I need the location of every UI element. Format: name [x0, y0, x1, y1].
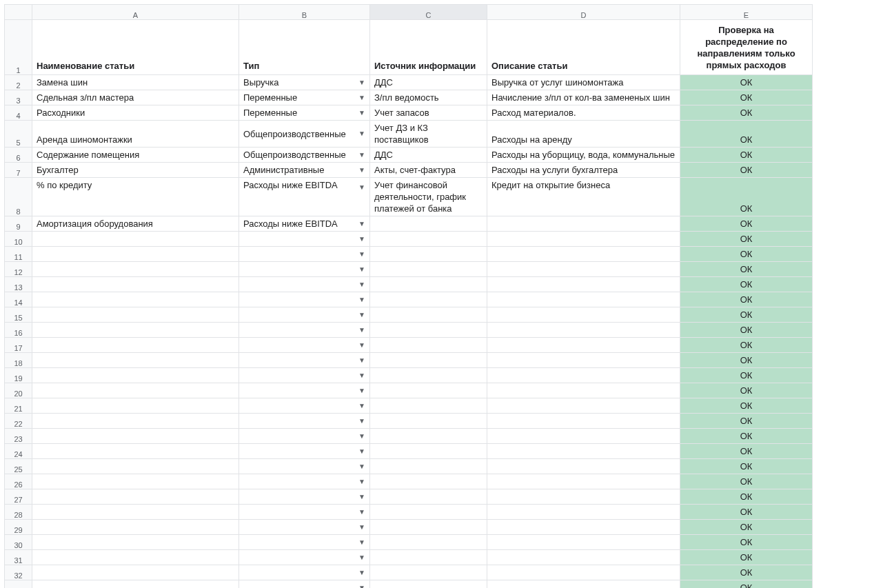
chevron-down-icon[interactable]: ▼ [356, 110, 365, 116]
row-header-2[interactable]: 2 [5, 75, 32, 90]
cell-e-26[interactable]: ОК [680, 474, 813, 489]
cell-e-15[interactable]: ОК [680, 307, 813, 323]
cell-e-25[interactable]: ОК [680, 459, 813, 474]
cell-e-21[interactable]: ОК [680, 398, 813, 414]
cell-d-22[interactable] [487, 414, 680, 429]
cell-c-23[interactable] [370, 429, 487, 444]
cell-d-29[interactable] [487, 520, 680, 535]
cell-d-23[interactable] [487, 429, 680, 444]
cell-c-15[interactable] [370, 307, 487, 323]
cell-b-22[interactable]: ▼ [239, 414, 370, 429]
cell-b-28[interactable]: ▼ [239, 505, 370, 520]
row-header-11[interactable]: 11 [5, 247, 32, 262]
row-header-21[interactable]: 21 [5, 398, 32, 414]
cell-b-30[interactable]: ▼ [239, 535, 370, 550]
cell-b-16[interactable]: ▼ [239, 323, 370, 338]
cell-c-19[interactable] [370, 368, 487, 383]
cell-c-30[interactable] [370, 535, 487, 550]
cell-e-11[interactable]: ОК [680, 247, 813, 262]
cell-b-10[interactable]: ▼ [239, 232, 370, 247]
cell-d-12[interactable] [487, 262, 680, 277]
cell-e-5[interactable]: ОК [680, 121, 813, 148]
cell-c-25[interactable] [370, 459, 487, 474]
cell-d-26[interactable] [487, 474, 680, 489]
cell-a-20[interactable] [32, 383, 239, 398]
cell-e-12[interactable]: ОК [680, 262, 813, 277]
cell-a-13[interactable] [32, 277, 239, 292]
cell-b-32[interactable]: ▼ [239, 565, 370, 580]
chevron-down-icon[interactable]: ▼ [356, 296, 365, 303]
row-header-13[interactable]: 13 [5, 277, 32, 292]
cell-d-18[interactable] [487, 353, 680, 368]
header-cell-d[interactable]: Описание статьи [487, 20, 680, 75]
cell-c-33[interactable] [370, 580, 487, 589]
row-header-12[interactable]: 12 [5, 262, 32, 277]
cell-e-6[interactable]: ОК [680, 148, 813, 163]
cell-c-20[interactable] [370, 383, 487, 398]
cell-c-4[interactable]: Учет запасов [370, 105, 487, 121]
cell-b-25[interactable]: ▼ [239, 459, 370, 474]
cell-a-24[interactable] [32, 444, 239, 459]
cell-c-29[interactable] [370, 520, 487, 535]
chevron-down-icon[interactable]: ▼ [356, 585, 365, 589]
cell-d-19[interactable] [487, 368, 680, 383]
chevron-down-icon[interactable]: ▼ [356, 221, 365, 227]
cell-d-24[interactable] [487, 444, 680, 459]
chevron-down-icon[interactable]: ▼ [356, 524, 365, 531]
cell-e-29[interactable]: ОК [680, 520, 813, 535]
cell-a-23[interactable] [32, 429, 239, 444]
cell-d-32[interactable] [487, 565, 680, 580]
chevron-down-icon[interactable]: ▼ [356, 130, 365, 137]
cell-d-21[interactable] [487, 398, 680, 414]
header-cell-a[interactable]: Наименование статьи [32, 20, 239, 75]
row-header-9[interactable]: 9 [5, 216, 32, 232]
cell-c-21[interactable] [370, 398, 487, 414]
cell-b-26[interactable]: ▼ [239, 474, 370, 489]
row-header-1[interactable]: 1 [5, 20, 32, 75]
cell-b-11[interactable]: ▼ [239, 247, 370, 262]
cell-d-5[interactable]: Расходы на аренду [487, 121, 680, 148]
row-header-8[interactable]: 8 [5, 178, 32, 216]
cell-e-13[interactable]: ОК [680, 277, 813, 292]
cell-a-15[interactable] [32, 307, 239, 323]
cell-d-28[interactable] [487, 505, 680, 520]
cell-b-20[interactable]: ▼ [239, 383, 370, 398]
row-header-27[interactable]: 27 [5, 489, 32, 505]
cell-d-30[interactable] [487, 535, 680, 550]
cell-c-8[interactable]: Учет финансовой деятельности, график пла… [370, 178, 487, 216]
cell-a-27[interactable] [32, 489, 239, 505]
row-header-30[interactable]: 30 [5, 535, 32, 550]
cell-c-3[interactable]: З/пл ведомость [370, 90, 487, 105]
chevron-down-icon[interactable]: ▼ [356, 281, 365, 288]
cell-a-33[interactable] [32, 580, 239, 589]
cell-a-5[interactable]: Аренда шиномонтажки [32, 121, 239, 148]
chevron-down-icon[interactable]: ▼ [356, 372, 365, 379]
cell-c-13[interactable] [370, 277, 487, 292]
chevron-down-icon[interactable]: ▼ [356, 463, 365, 470]
chevron-down-icon[interactable]: ▼ [356, 79, 365, 86]
cell-c-7[interactable]: Акты, счет-фактура [370, 163, 487, 178]
chevron-down-icon[interactable]: ▼ [356, 539, 365, 546]
row-header-26[interactable]: 26 [5, 474, 32, 489]
row-header-6[interactable]: 6 [5, 148, 32, 163]
cell-b-12[interactable]: ▼ [239, 262, 370, 277]
cell-e-19[interactable]: ОК [680, 368, 813, 383]
cell-b-31[interactable]: ▼ [239, 550, 370, 565]
cell-c-11[interactable] [370, 247, 487, 262]
cell-e-14[interactable]: ОК [680, 292, 813, 307]
cell-a-16[interactable] [32, 323, 239, 338]
row-header-17[interactable]: 17 [5, 338, 32, 353]
cell-d-20[interactable] [487, 383, 680, 398]
row-header-33[interactable]: 33 [5, 580, 32, 589]
cell-a-14[interactable] [32, 292, 239, 307]
cell-b-2[interactable]: Выручка▼ [239, 75, 370, 90]
header-cell-c[interactable]: Источник информации [370, 20, 487, 75]
header-cell-b[interactable]: Тип [239, 20, 370, 75]
cell-e-30[interactable]: ОК [680, 535, 813, 550]
cell-c-28[interactable] [370, 505, 487, 520]
cell-d-3[interactable]: Начисление з/пл от кол-ва замененых шин [487, 90, 680, 105]
row-header-19[interactable]: 19 [5, 368, 32, 383]
cell-b-3[interactable]: Переменные▼ [239, 90, 370, 105]
cell-e-18[interactable]: ОК [680, 353, 813, 368]
cell-e-4[interactable]: ОК [680, 105, 813, 121]
